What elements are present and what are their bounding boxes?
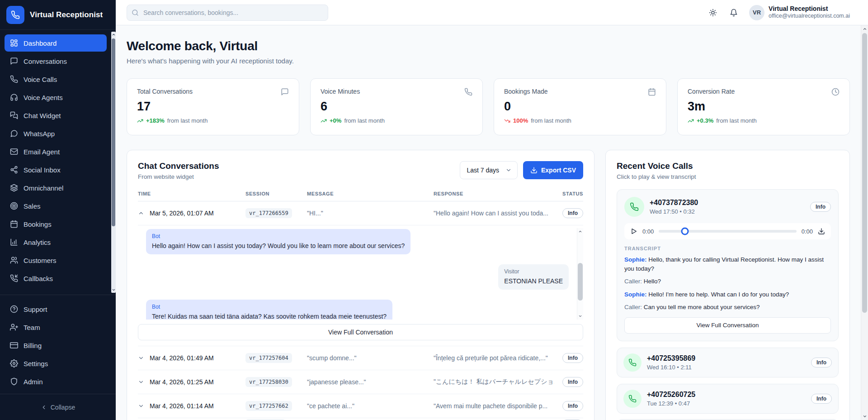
sidebar-item-label: Admin — [24, 378, 43, 386]
info-badge[interactable]: Info — [562, 401, 583, 411]
bot-message-bubble: Bot Hello again! How can I assist you to… — [146, 229, 410, 254]
sidebar-item-admin[interactable]: Admin — [5, 373, 107, 390]
sidebar-item-label: Callbacks — [24, 275, 53, 282]
call-meta: Wed 16:10 • 2:11 — [647, 364, 806, 371]
scroll-up-icon[interactable] — [861, 25, 868, 33]
sidebar-item-social-inbox[interactable]: Social Inbox — [5, 161, 107, 178]
sidebar-item-settings[interactable]: Settings — [5, 355, 107, 372]
sidebar-item-billing[interactable]: Billing — [5, 337, 107, 354]
sidebar-scrollbar-thumb[interactable] — [112, 38, 115, 226]
page-subtitle: Here's what's happening with your AI rec… — [127, 57, 850, 65]
table-row[interactable]: Mar 4, 2026, 01:14 AM vr_177257662 "ce p… — [138, 394, 583, 418]
sidebar-item-chat-widget[interactable]: Chat Widget — [5, 107, 107, 124]
scroll-down-icon[interactable] — [111, 287, 116, 293]
view-full-conversation-button[interactable]: View Full Conversation — [624, 317, 831, 334]
bubble-role: Bot — [152, 304, 387, 310]
speaker-name: Sophie: — [624, 256, 647, 263]
sidebar-item-label: Settings — [24, 360, 48, 368]
sidebar-item-callbacks[interactable]: Callbacks — [5, 270, 107, 287]
date-range-value: Last 7 days — [467, 167, 499, 174]
notifications-button[interactable] — [726, 5, 742, 21]
scroll-down-icon[interactable] — [861, 413, 868, 420]
search-input[interactable] — [127, 5, 328, 21]
brand: Virtual Receptionist — [0, 0, 116, 30]
sidebar-item-whatsapp[interactable]: WhatsApp — [5, 125, 107, 142]
topbar-actions: VR Virtual Receptionist office@virtualre… — [705, 5, 850, 21]
row-time: Mar 4, 2026, 01:25 AM — [150, 378, 245, 386]
bubble-role: Visitor — [504, 268, 563, 275]
info-badge[interactable]: Info — [562, 353, 583, 363]
info-badge[interactable]: Info — [562, 377, 583, 387]
sidebar-item-conversations[interactable]: Conversations — [5, 52, 107, 70]
sidebar-scrollbar[interactable] — [111, 32, 116, 293]
info-badge[interactable]: Info — [810, 202, 831, 212]
sidebar-item-sales[interactable]: Sales — [5, 197, 107, 215]
phone-icon — [10, 75, 18, 83]
recent-voice-calls-panel: Recent Voice Calls Click to play & view … — [605, 150, 850, 420]
sidebar-nav-primary: Dashboard Conversations Voice Calls Voic… — [0, 30, 116, 291]
bubble-text: ESTONIAN PLEASE — [504, 277, 563, 286]
chevron-down-icon — [505, 167, 512, 173]
sidebar-item-bookings[interactable]: Bookings — [5, 215, 107, 233]
conversation-scrollbar[interactable] — [577, 228, 583, 320]
call-number: +40725395869 — [647, 354, 806, 363]
transcript-text: Hello? — [644, 278, 661, 285]
topbar: VR Virtual Receptionist office@virtualre… — [116, 0, 868, 25]
stat-delta-suffix: from last month — [344, 117, 385, 124]
seek-slider-thumb[interactable] — [681, 228, 689, 235]
stat-value: 17 — [137, 100, 289, 114]
sidebar-item-label: Billing — [24, 342, 42, 349]
sidebar-item-team[interactable]: Team — [5, 319, 107, 336]
bar-chart-icon — [10, 238, 18, 246]
view-full-conversation-button[interactable]: View Full Conversation — [138, 324, 583, 340]
stat-card-total-conversations: Total Conversations 17 +183%from last mo… — [127, 78, 299, 135]
sidebar-item-label: Customers — [24, 257, 57, 264]
play-button[interactable] — [630, 228, 637, 235]
scroll-up-icon[interactable] — [111, 32, 116, 38]
sidebar-item-dashboard[interactable]: Dashboard — [5, 34, 107, 52]
sidebar-item-support[interactable]: Support — [5, 301, 107, 318]
sidebar-item-omnichannel[interactable]: Omnichannel — [5, 179, 107, 196]
info-badge[interactable]: Info — [811, 394, 832, 404]
stat-card-bookings-made: Bookings Made 0 100%from last month — [494, 78, 666, 135]
sidebar-item-analytics[interactable]: Analytics — [5, 234, 107, 251]
info-badge[interactable]: Info — [811, 358, 832, 368]
export-csv-button[interactable]: Export CSV — [523, 161, 583, 179]
speaker-name: Caller: — [624, 278, 642, 285]
table-row[interactable]: Mar 5, 2026, 01:07 AM vr_177266559 "HI..… — [138, 201, 583, 225]
sidebar-item-email-agent[interactable]: Email Agent — [5, 143, 107, 160]
user-menu[interactable]: VR Virtual Receptionist office@virtualre… — [749, 5, 850, 20]
row-response: "Înțeleg că prețurile pot părea ridicate… — [434, 354, 554, 362]
scroll-down-icon[interactable] — [577, 313, 583, 320]
date-range-select[interactable]: Last 7 days — [460, 161, 518, 179]
phone-incoming-icon — [10, 274, 18, 282]
conversation-scrollbar-thumb[interactable] — [578, 263, 583, 301]
brand-logo — [6, 6, 24, 24]
sidebar-item-customers[interactable]: Customers — [5, 252, 107, 269]
voice-call-item[interactable]: +40725260725 Tue 12:39 • 0:47 Info — [617, 384, 839, 414]
stat-delta-suffix: from last month — [167, 117, 208, 124]
page-scrollbar-thumb[interactable] — [862, 33, 867, 313]
sidebar-item-voice-calls[interactable]: Voice Calls — [5, 71, 107, 88]
sidebar-item-voice-agents[interactable]: Voice Agents — [5, 89, 107, 106]
theme-toggle-button[interactable] — [705, 5, 721, 21]
call-number: +40737872380 — [650, 199, 805, 207]
page-scrollbar[interactable] — [861, 25, 868, 420]
voice-call-item[interactable]: +40737872380 Wed 17:50 • 0:32 Info 0:00 … — [617, 189, 839, 341]
sun-icon — [709, 9, 717, 17]
trending-up-icon — [137, 118, 143, 124]
scroll-up-icon[interactable] — [577, 228, 583, 235]
collapse-button[interactable]: Collapse — [41, 404, 75, 411]
session-badge: vr_177257604 — [245, 353, 292, 363]
conversation-scroll-area[interactable]: Bot Hello again! How can I assist you to… — [138, 228, 583, 320]
table-row[interactable]: Mar 4, 2026, 01:49 AM vr_177257604 "scum… — [138, 346, 583, 370]
download-recording-button[interactable] — [818, 228, 825, 235]
table-row[interactable] — [138, 418, 583, 420]
chevron-down-icon — [138, 403, 150, 409]
seek-slider[interactable] — [659, 230, 796, 233]
info-badge[interactable]: Info — [562, 208, 583, 218]
table-row[interactable]: Mar 4, 2026, 01:25 AM vr_177258030 "japa… — [138, 370, 583, 394]
bot-message-bubble: Bot Tere! Kuidas ma saan teid täna aidat… — [146, 300, 392, 320]
voice-call-item[interactable]: +40725395869 Wed 16:10 • 2:11 Info — [617, 348, 839, 377]
chevron-left-icon — [41, 404, 47, 410]
